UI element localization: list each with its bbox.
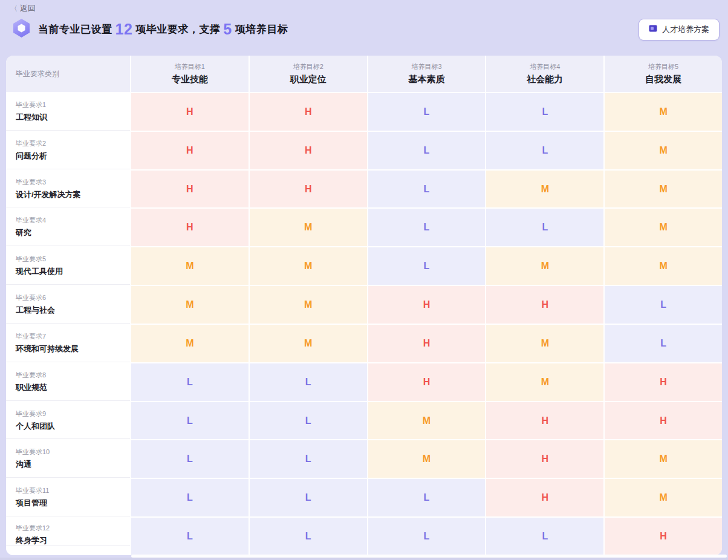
matrix-cell: H <box>486 440 603 478</box>
training-plan-button[interactable]: 人才培养方案 <box>639 19 720 41</box>
requirements-objectives-matrix: 毕业要求类别 培养目标1 专业技能 培养目标2 职业定位 培养目标3 基本素质 … <box>6 56 722 555</box>
matrix-cell: M <box>368 402 486 440</box>
requirement-tag: 毕业要求9 <box>16 409 130 418</box>
matrix-cell: M <box>131 247 249 285</box>
matrix-cell: L <box>131 479 249 516</box>
requirement-name: 终身学习 <box>16 535 130 546</box>
matrix-cell: L <box>368 93 486 131</box>
requirement-name: 工程知识 <box>16 112 130 123</box>
matrix-cell: L <box>486 518 603 555</box>
matrix-cell: L <box>131 518 249 555</box>
requirement-tag: 毕业要求6 <box>16 293 130 302</box>
hexagon-badge-icon <box>12 18 31 41</box>
matrix-cell: L <box>250 518 367 555</box>
matrix-cell: L <box>250 363 367 401</box>
matrix-cell: L <box>250 479 367 516</box>
matrix-cell: M <box>250 247 367 285</box>
objective-tag: 培养目标5 <box>648 62 678 71</box>
matrix-cell: L <box>250 402 367 440</box>
matrix-cell: H <box>250 93 367 131</box>
matrix-cell: L <box>131 363 249 401</box>
back-chevron-icon: 〈 <box>10 4 18 14</box>
requirement-label: 毕业要求1 工程知识 <box>6 93 130 131</box>
matrix-cell: M <box>486 325 603 362</box>
requirement-label: 毕业要求4 研究 <box>6 209 130 246</box>
requirement-count: 12 <box>112 22 136 37</box>
corner-header: 毕业要求类别 <box>6 56 130 92</box>
requirement-tag: 毕业要求3 <box>16 178 130 187</box>
matrix-cell: L <box>368 247 486 285</box>
requirement-label: 毕业要求10 沟通 <box>6 440 130 478</box>
back-label: 返回 <box>20 3 36 14</box>
objective-count: 5 <box>220 22 235 37</box>
matrix-cell: L <box>486 93 603 131</box>
title-middle: 项毕业要求，支撑 <box>135 22 220 36</box>
matrix-cell: M <box>605 93 722 131</box>
matrix-cell: H <box>605 402 722 440</box>
matrix-cell: M <box>486 363 603 401</box>
requirement-tag: 毕业要求7 <box>16 332 130 341</box>
objective-name: 专业技能 <box>172 74 208 85</box>
matrix-cell: L <box>368 209 486 246</box>
matrix-cell: L <box>131 402 249 440</box>
column-header-objective-1: 培养目标1 专业技能 <box>131 56 249 92</box>
horizontal-scrollbar[interactable] <box>131 555 727 558</box>
objective-name: 职业定位 <box>290 74 327 85</box>
requirement-name: 现代工具使用 <box>16 266 130 277</box>
requirement-tag: 毕业要求11 <box>16 486 130 495</box>
requirement-name: 项目管理 <box>16 498 130 509</box>
requirement-name: 沟通 <box>16 459 130 470</box>
matrix-cell: M <box>131 286 249 324</box>
matrix-cell: H <box>250 132 367 169</box>
requirement-tag: 毕业要求10 <box>16 448 130 457</box>
matrix-cell: M <box>486 171 603 208</box>
matrix-cell: M <box>250 286 367 324</box>
requirement-label: 毕业要求7 环境和可持续发展 <box>6 325 130 362</box>
column-header-objective-5: 培养目标5 自我发展 <box>605 56 722 92</box>
page-header: 当前专业已设置 12 项毕业要求，支撑 5 项培养目标 人才培养方案 <box>12 18 720 41</box>
objective-name: 社会能力 <box>527 74 563 85</box>
matrix-cell: M <box>605 171 722 208</box>
title-prefix: 当前专业已设置 <box>38 22 112 36</box>
back-link[interactable]: 〈 返回 <box>10 3 36 14</box>
matrix-cell: H <box>368 325 486 362</box>
matrix-cell: L <box>368 132 486 169</box>
objective-tag: 培养目标4 <box>530 62 560 71</box>
matrix-cell: L <box>486 209 603 246</box>
matrix-cell: L <box>486 132 603 169</box>
objective-tag: 培养目标3 <box>411 62 441 71</box>
matrix-cell: L <box>250 440 367 478</box>
requirement-name: 个人和团队 <box>16 421 130 432</box>
matrix-cell: L <box>131 440 249 478</box>
matrix-cell: M <box>250 325 367 362</box>
matrix-cell: M <box>605 132 722 169</box>
objective-tag: 培养目标2 <box>293 62 323 71</box>
requirement-label: 毕业要求3 设计/开发解决方案 <box>6 171 130 208</box>
column-header-objective-2: 培养目标2 职业定位 <box>250 56 367 92</box>
matrix-cell: M <box>250 209 367 246</box>
matrix-cell: H <box>131 93 249 131</box>
requirement-name: 工程与社会 <box>16 305 130 316</box>
matrix-cell: H <box>486 479 603 516</box>
requirement-tag: 毕业要求2 <box>16 139 130 148</box>
requirement-name: 环境和可持续发展 <box>16 343 130 354</box>
plan-card-icon <box>649 25 657 34</box>
requirement-tag: 毕业要求4 <box>16 216 130 225</box>
requirement-label: 毕业要求12 终身学习 <box>6 518 130 555</box>
matrix-cell: M <box>605 440 722 478</box>
requirement-name: 职业规范 <box>16 382 130 393</box>
requirement-label: 毕业要求11 项目管理 <box>6 479 130 516</box>
matrix-cell: M <box>131 325 249 362</box>
matrix-cell: H <box>131 132 249 169</box>
matrix-cell: H <box>368 363 486 401</box>
requirement-label: 毕业要求6 工程与社会 <box>6 286 130 324</box>
matrix-cell: H <box>486 402 603 440</box>
matrix-cell: M <box>605 209 722 246</box>
requirement-name: 问题分析 <box>16 151 130 161</box>
matrix-cell: H <box>368 286 486 324</box>
matrix-cell: M <box>605 479 722 516</box>
page-title: 当前专业已设置 12 项毕业要求，支撑 5 项培养目标 <box>38 22 288 37</box>
matrix-cell: M <box>486 247 603 285</box>
objective-name: 自我发展 <box>645 74 681 85</box>
requirement-tag: 毕业要求1 <box>16 100 130 109</box>
